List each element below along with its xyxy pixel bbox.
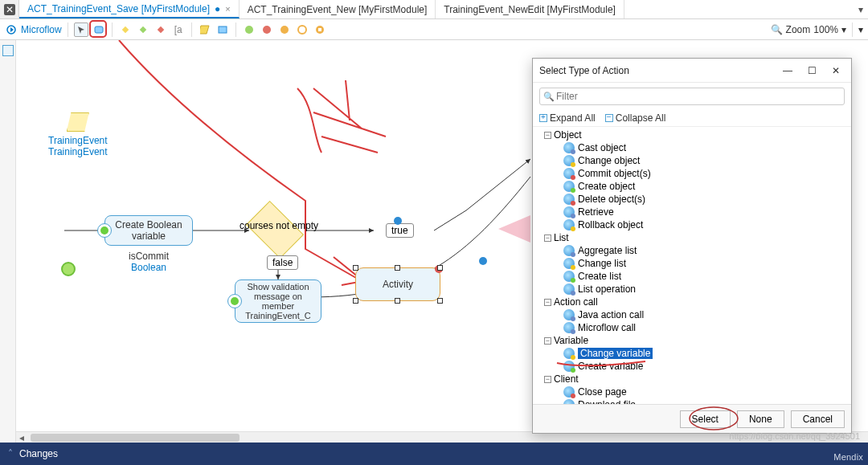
tab-label: ACT_TrainingEvent_New [MyFirstModule] <box>248 4 428 15</box>
collapse-all-button[interactable]: Collapse All <box>605 112 666 124</box>
left-gutter <box>0 40 16 443</box>
node-label: Activity <box>383 279 413 290</box>
tab-overflow-button[interactable]: ▾ <box>854 0 868 18</box>
break-icon[interactable] <box>313 22 327 37</box>
tree-item[interactable]: Retrieve <box>533 206 851 218</box>
tree-item[interactable]: Delete object(s) <box>533 193 851 206</box>
tab-label: TrainingEvent_NewEdit [MyFirstModule] <box>444 4 616 15</box>
tree-item[interactable]: Change list <box>533 257 851 270</box>
rectangle-tool-button[interactable] <box>92 22 106 37</box>
end-green-icon[interactable] <box>242 22 256 37</box>
svg-point-11 <box>298 26 306 34</box>
dialog-footer: Select None Cancel <box>533 404 851 433</box>
entity-name: TrainingEvent <box>48 135 108 146</box>
tree-group-list[interactable]: −List <box>533 231 851 244</box>
tree-group-client[interactable]: −Client <box>533 373 851 385</box>
editor-type-label: Microflow <box>5 23 62 36</box>
zoom-value: 100% <box>813 24 838 35</box>
source-url: https://blog.csdn.net/qq_3924501 <box>729 431 860 441</box>
param-yellow-icon[interactable] <box>198 22 212 37</box>
zoom-icon: 🔍 <box>771 24 783 35</box>
node-label: Create Boolean variable <box>112 219 186 242</box>
close-all-tabs-button[interactable]: ✕ <box>0 0 19 18</box>
select-action-dialog: Select Type of Action — ☐ ✕ 🔍 Expand All… <box>532 58 852 434</box>
variable-badge-icon <box>97 223 112 238</box>
pointer-tool-button[interactable] <box>74 22 88 37</box>
create-boolean-node[interactable]: Create Boolean variable <box>104 215 193 246</box>
minimize-button[interactable]: — <box>779 65 796 76</box>
svg-rect-6 <box>157 26 163 32</box>
annotation-tool-button[interactable]: [a <box>171 22 186 37</box>
flow-label-true[interactable]: true <box>386 223 414 238</box>
svg-point-18 <box>690 407 738 430</box>
create-boolean-sub: isCommit Boolean <box>104 251 193 273</box>
tab-close-icon[interactable]: × <box>225 4 230 14</box>
maximize-button[interactable]: ☐ <box>803 65 821 76</box>
editor-toolbar: Microflow [a 🔍 Zoom 100% ▾ ▾ <box>0 19 868 40</box>
dialog-title: Select Type of Action <box>539 65 779 76</box>
action-tree[interactable]: −Object Cast object Change object Commit… <box>533 126 851 404</box>
tree-item[interactable]: Commit object(s) <box>533 167 851 180</box>
tree-group-actioncall[interactable]: −Action call <box>533 296 851 308</box>
filter-input[interactable] <box>539 88 845 105</box>
scroll-left-icon[interactable]: ◂ <box>16 432 27 443</box>
decision-label: courses not empty <box>235 220 323 231</box>
tree-item[interactable]: Change object <box>533 154 851 167</box>
shape-diamond-green[interactable] <box>136 22 150 37</box>
expand-icon <box>539 114 547 122</box>
tree-item[interactable]: Aggregate list <box>533 244 851 257</box>
tree-item[interactable]: Java action call <box>533 308 851 321</box>
dirty-dot-icon: ● <box>215 3 220 14</box>
param-blue-icon[interactable] <box>215 22 230 37</box>
tree-item[interactable]: Download file <box>533 398 851 404</box>
tree-group-object[interactable]: −Object <box>533 128 851 141</box>
svg-rect-4 <box>121 26 128 32</box>
validation-node[interactable]: Show validation message on member Traini… <box>235 279 321 323</box>
search-icon: 🔍 <box>543 92 555 102</box>
tree-item[interactable]: Create object <box>533 180 851 193</box>
parameter-entity[interactable]: TrainingEvent TrainingEvent <box>48 112 108 157</box>
tree-item[interactable]: List operation <box>533 283 851 296</box>
end-red-icon[interactable] <box>260 22 274 37</box>
continue-icon[interactable] <box>295 22 309 37</box>
chevron-up-icon[interactable]: ˄ <box>8 448 13 459</box>
expand-all-button[interactable]: Expand All <box>539 112 596 124</box>
node-label: Show validation message on member Traini… <box>242 282 314 320</box>
start-node[interactable] <box>61 262 76 276</box>
svg-marker-1 <box>10 27 14 32</box>
tree-item[interactable]: Cast object <box>533 141 851 154</box>
shape-diamond-yellow[interactable] <box>118 22 133 37</box>
tree-item[interactable]: Microflow call <box>533 321 851 334</box>
overflow-menu-icon[interactable]: ▾ <box>858 24 863 35</box>
activity-node-selected[interactable]: Activity <box>355 267 440 301</box>
zoom-control[interactable]: 🔍 Zoom 100% ▾ ▾ <box>771 22 863 37</box>
connection-point-icon[interactable] <box>394 217 402 225</box>
validation-badge-icon <box>227 294 242 308</box>
gutter-panel-icon[interactable] <box>2 45 14 56</box>
tab-strip: ✕ ACT_TrainingEvent_Save [MyFirstModule]… <box>0 0 868 19</box>
flow-label-false[interactable]: false <box>267 255 298 270</box>
shape-diamond-red[interactable] <box>154 22 168 37</box>
entity-type: TrainingEvent <box>48 146 108 157</box>
tree-item[interactable]: Create list <box>533 270 851 283</box>
tab-label: ACT_TrainingEvent_Save [MyFirstModule] <box>27 3 210 14</box>
close-button[interactable]: ✕ <box>827 65 845 76</box>
svg-rect-7 <box>219 27 227 33</box>
connection-point-icon[interactable] <box>479 257 487 265</box>
tab-newedit[interactable]: TrainingEvent_NewEdit [MyFirstModule] <box>436 0 624 18</box>
svg-rect-5 <box>139 26 145 32</box>
watermark-text: Mendix <box>833 452 863 462</box>
tree-item[interactable]: Close page <box>533 385 851 398</box>
status-bar: ˄ Changes Mendix <box>0 443 868 465</box>
svg-point-8 <box>245 26 253 34</box>
chevron-down-icon[interactable]: ▾ <box>841 24 846 35</box>
zoom-label: Zoom <box>786 24 811 35</box>
dialog-titlebar[interactable]: Select Type of Action — ☐ ✕ <box>533 59 851 83</box>
status-label[interactable]: Changes <box>19 448 58 459</box>
tab-act-new[interactable]: ACT_TrainingEvent_New [MyFirstModule] <box>240 0 436 18</box>
tree-group-variable[interactable]: −Variable <box>533 334 851 347</box>
tab-act-save[interactable]: ACT_TrainingEvent_Save [MyFirstModule] ●… <box>19 0 240 18</box>
end-orange-icon[interactable] <box>277 22 292 37</box>
collapse-icon <box>605 114 613 122</box>
tree-item[interactable]: Rollback object <box>533 218 851 231</box>
